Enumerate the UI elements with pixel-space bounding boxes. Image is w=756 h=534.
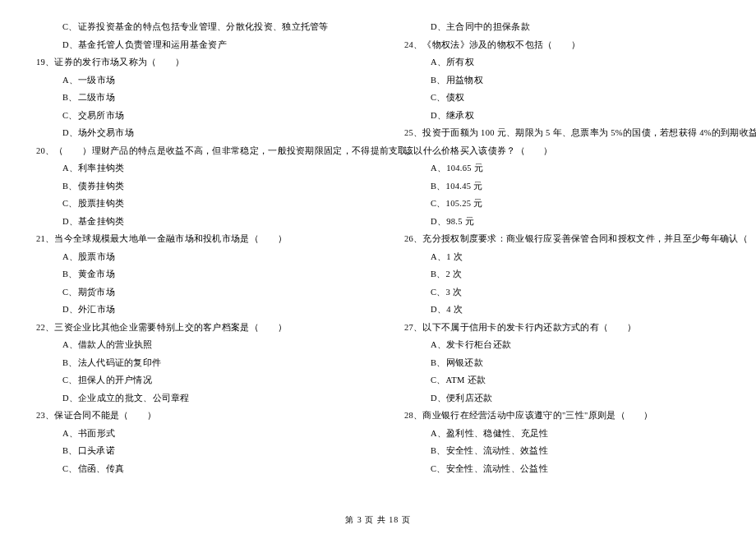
question-line: 22、三资企业比其他企业需要特别上交的客户档案是（ ） [36,319,370,337]
option-line: C、交易所市场 [62,107,370,125]
option-line: C、105.25 元 [431,195,748,213]
option-line: A、1 次 [431,248,748,266]
option-line: D、98.5 元 [431,213,748,231]
option-line: B、2 次 [431,265,748,283]
option-line: A、一级市场 [62,71,370,90]
option-line: D、基金挂钩类 [62,213,370,231]
right-column: D、主合同中的担保条款24、《物权法》涉及的物权不包括（ ）A、所有权B、用益物… [378,18,756,477]
left-column: C、证券投资基金的特点包括专业管理、分散化投资、独立托管等D、基金托管人负责管理… [0,18,378,477]
question-line: 27、以下不属于信用卡的发卡行内还款方式的有（ ） [404,319,748,337]
page-content: C、证券投资基金的特点包括专业管理、分散化投资、独立托管等D、基金托管人负责管理… [0,0,756,477]
option-line: C、3 次 [431,283,748,302]
option-line: C、股票挂钩类 [62,195,370,213]
option-line: B、网银还款 [431,354,748,372]
option-line: C、债权 [431,89,748,107]
question-line: 19、证券的发行市场又称为（ ） [36,53,370,71]
option-line: D、外汇市场 [62,301,370,319]
option-line: A、书面形式 [62,425,370,443]
option-line: D、继承权 [431,107,748,125]
question-line: 25、投资于面额为 100 元、期限为 5 年、息票率为 5%的国债，若想获得 … [404,124,748,142]
question-line: 21、当今全球规模最大地单一金融市场和投机市场是（ ） [36,230,370,248]
option-line: C、期货市场 [62,283,370,302]
option-line: A、盈利性、稳健性、充足性 [431,425,748,443]
option-line: B、104.45 元 [431,177,748,196]
option-line: B、用益物权 [431,71,748,90]
option-line: A、发卡行柜台还款 [431,336,748,354]
question-line: 23、保证合同不能是（ ） [36,407,370,425]
option-line: D、场外交易市场 [62,124,370,142]
option-line: A、104.65 元 [431,159,748,177]
option-line: B、安全性、流动性、效益性 [431,442,748,460]
option-line: D、便利店还款 [431,389,748,407]
question-line: 26、充分授权制度要求：商业银行应妥善保管合同和授权文件，并且至少每年确认（ ） [404,230,748,248]
option-line: C、证券投资基金的特点包括专业管理、分散化投资、独立托管等 [62,18,370,36]
option-line: A、股票市场 [62,248,370,266]
option-line: B、法人代码证的复印件 [62,354,370,372]
option-line: C、ATM 还款 [431,371,748,389]
option-line: D、主合同中的担保条款 [431,18,748,36]
question-line: 28、商业银行在经营活动中应该遵守的"三性"原则是（ ） [404,407,748,425]
question-line: 20、（ ）理财产品的特点是收益不高，但非常稳定，一般投资期限固定，不得提前支取… [36,142,370,160]
option-line: A、借款人的营业执照 [62,336,370,354]
option-line: A、所有权 [431,53,748,71]
option-line: C、安全性、流动性、公益性 [431,460,748,478]
option-line: D、企业成立的批文、公司章程 [62,389,370,407]
option-line: A、利率挂钩类 [62,159,370,177]
page-number: 第 3 页 共 18 页 [0,514,756,526]
option-line: D、基金托管人负责管理和运用基金资产 [62,36,370,54]
option-line: D、4 次 [431,301,748,319]
question-line: 24、《物权法》涉及的物权不包括（ ） [404,36,748,54]
option-line: B、黄金市场 [62,265,370,283]
option-line: B、债券挂钩类 [62,177,370,196]
option-line: B、口头承诺 [62,442,370,460]
option-line: B、二级市场 [62,89,370,107]
option-line: C、担保人的开户情况 [62,371,370,389]
option-line: C、信函、传真 [62,460,370,478]
question-continuation: 该以什么价格买入该债券？（ ） [404,142,748,160]
